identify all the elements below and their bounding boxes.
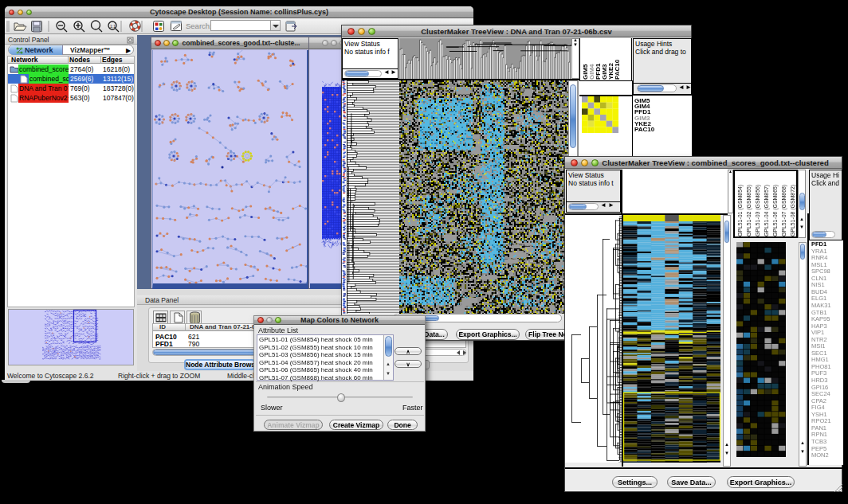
svg-text:1:1: 1:1 xyxy=(110,24,116,29)
svg-text:GPL51-02 (GSM855): GPL51-02 (GSM855) xyxy=(746,185,752,236)
svg-text:GPL51-07 (GSM868): GPL51-07 (GSM868) xyxy=(781,185,787,236)
svg-text:GPL51-04 (GSM857): GPL51-04 (GSM857) xyxy=(764,185,770,236)
svg-text:GPL51-06 (GSM865): GPL51-06 (GSM865) xyxy=(772,185,779,236)
svg-text:GPL51-03 (GSM856): GPL51-03 (GSM856) xyxy=(755,185,761,236)
svg-text:PAC10: PAC10 xyxy=(614,59,621,80)
svg-text:GPL51-08 (GSM872): GPL51-08 (GSM872) xyxy=(790,185,796,236)
svg-text:GPL51-01 (GSM854): GPL51-01 (GSM854) xyxy=(737,185,744,236)
